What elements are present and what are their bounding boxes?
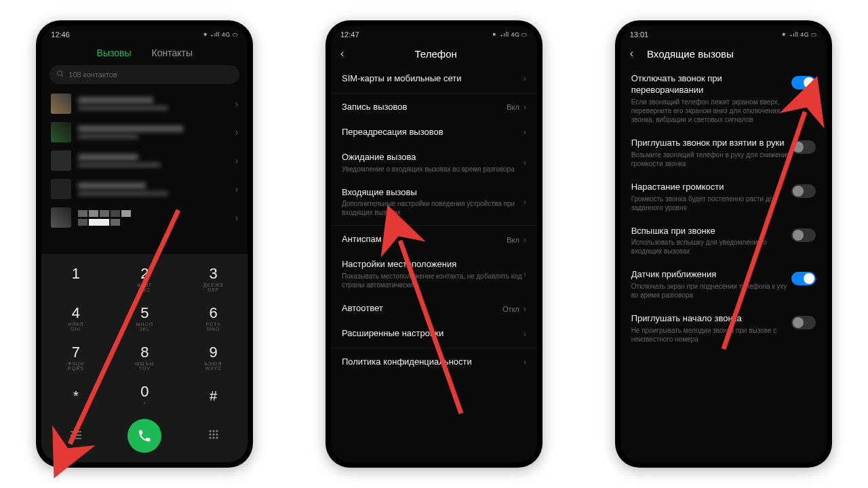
dial-key-hash[interactable]: # xyxy=(179,378,248,412)
svg-point-5 xyxy=(209,430,211,432)
settings-row[interactable]: Приглушать начало звонкаНе проигрывать м… xyxy=(620,306,827,350)
svg-point-13 xyxy=(216,436,218,439)
svg-point-11 xyxy=(209,436,211,439)
chevron-right-icon: › xyxy=(524,270,526,279)
row-title: Ожидание вызова xyxy=(342,152,524,163)
settings-row[interactable]: Расширенные настройки› xyxy=(331,321,537,346)
toggle-switch[interactable] xyxy=(791,228,816,242)
toggle-switch[interactable] xyxy=(791,316,816,329)
settings-row[interactable]: Нарастание громкостиГромкость звонка буд… xyxy=(620,175,827,219)
list-item[interactable]: › xyxy=(41,175,248,203)
chevron-right-icon: › xyxy=(524,197,526,207)
row-title: Входящие вызовы xyxy=(342,187,524,199)
chevron-right-icon: › xyxy=(524,158,526,167)
chevron-right-icon: › xyxy=(524,74,526,83)
chevron-right-icon: › xyxy=(524,235,526,245)
chevron-right-icon: › xyxy=(235,184,239,195)
settings-row[interactable]: Отключать звонок при переворачиванииЕсли… xyxy=(620,66,827,131)
phone-mockup-2: 12:47 ⁕ ₊ıll 4G ⬭ ‹ Телефон SIM-карты и … xyxy=(326,20,542,468)
list-item[interactable]: › xyxy=(41,146,248,175)
svg-point-7 xyxy=(216,430,218,432)
settings-row[interactable]: Переадресация вызовов› xyxy=(331,120,537,145)
chevron-right-icon: › xyxy=(235,155,239,166)
row-value: Вкл xyxy=(507,103,519,111)
settings-row[interactable]: SIM-карты и мобильные сети› xyxy=(331,66,537,92)
row-title: Отключать звонок при переворачивании xyxy=(631,73,791,96)
tab-contacts[interactable]: Контакты xyxy=(152,47,193,58)
row-subtitle: Использовать вспышку для уведомления о в… xyxy=(631,238,791,256)
clock: 13:01 xyxy=(630,30,649,39)
dial-key-3[interactable]: 3ДЕЁЖЗDEF xyxy=(179,260,248,299)
chevron-right-icon: › xyxy=(524,329,526,339)
list-item[interactable]: › xyxy=(41,118,248,146)
dialpad-toggle-button[interactable] xyxy=(197,429,231,443)
dial-key-5[interactable]: 5МНОПJKL xyxy=(111,299,179,338)
dial-key-2[interactable]: 2АБВГABC xyxy=(111,260,179,299)
search-placeholder: 108 контактов xyxy=(68,70,117,79)
dial-key-0[interactable]: 0+ xyxy=(111,378,179,412)
settings-row[interactable]: Вспышка при звонкеИспользовать вспышку д… xyxy=(620,219,827,263)
page-title: Телефон xyxy=(357,48,514,60)
status-bar: 12:46 ⁕ ₊ıll 4G ⬭ xyxy=(41,26,248,43)
row-subtitle: Возьмите звонящий телефон в руку для сни… xyxy=(631,150,791,168)
settings-row[interactable]: АнтиспамВкл› xyxy=(331,227,537,252)
row-subtitle: Если звонящий телефон лежит экраном ввер… xyxy=(631,98,791,124)
settings-row[interactable]: Входящие вызовыДополнительные настройки … xyxy=(331,180,537,224)
status-icons: ⁕ ₊ıll 4G ⬭ xyxy=(492,31,528,39)
row-subtitle: Отключать экран при поднесении телефона … xyxy=(631,282,791,300)
row-subtitle: Показывать местоположение контакта, не д… xyxy=(342,272,524,289)
chevron-right-icon: › xyxy=(524,304,526,314)
dial-key-4[interactable]: 4ИЙКЛGHI xyxy=(41,299,110,338)
row-title: Переадресация вызовов xyxy=(342,127,524,138)
settings-row[interactable]: АвтоответОткл› xyxy=(331,296,537,321)
svg-point-12 xyxy=(212,436,214,439)
list-item[interactable]: › xyxy=(41,203,248,232)
row-title: Запись вызовов xyxy=(342,102,507,113)
row-title: Вспышка при звонке xyxy=(631,226,791,237)
tab-calls[interactable]: Вызовы xyxy=(97,47,132,58)
row-subtitle: Громкость звонка будет постепенно расти … xyxy=(631,195,791,212)
dial-key-6[interactable]: 6РСТУMNO xyxy=(179,299,248,338)
row-value: Вкл xyxy=(507,236,519,244)
settings-row[interactable]: Ожидание вызоваУведомление о входящих вы… xyxy=(331,145,537,180)
search-icon xyxy=(56,70,64,79)
search-input[interactable]: 108 контактов xyxy=(50,65,239,84)
menu-button[interactable] xyxy=(59,429,93,443)
svg-point-10 xyxy=(216,433,218,435)
row-title: Приглушать звонок при взятии в руки xyxy=(631,138,791,149)
clock: 12:47 xyxy=(340,30,359,39)
back-button[interactable]: ‹ xyxy=(630,47,633,60)
svg-point-6 xyxy=(212,430,214,432)
dialpad: 1 2АБВГABC 3ДЕЁЖЗDEF 4ИЙКЛGHI 5МНОПJKL 6… xyxy=(41,254,248,462)
phone-mockup-3: 13:01 ⁕ ₊ıll 4G ⬭ ‹ Входящие вызовы Откл… xyxy=(615,20,832,468)
toggle-switch[interactable] xyxy=(791,140,816,154)
dial-key-star[interactable]: * xyxy=(41,378,110,412)
settings-row[interactable]: Настройки местоположенияПоказывать место… xyxy=(331,252,537,296)
settings-row[interactable]: Запись вызововВкл› xyxy=(331,95,537,120)
toggle-switch[interactable] xyxy=(791,272,816,285)
status-bar: 12:47 ⁕ ₊ıll 4G ⬭ xyxy=(331,26,537,43)
settings-row[interactable]: Датчик приближенияОтключать экран при по… xyxy=(620,262,827,306)
toggle-switch[interactable] xyxy=(791,76,816,89)
status-icons: ⁕ ₊ıll 4G ⬭ xyxy=(781,31,817,39)
row-title: Антиспам xyxy=(342,234,507,245)
svg-point-9 xyxy=(212,433,214,435)
svg-line-1 xyxy=(62,75,64,77)
list-item[interactable]: › xyxy=(41,89,248,118)
settings-row[interactable]: Политика конфиденциальности› xyxy=(331,350,537,375)
back-button[interactable]: ‹ xyxy=(340,47,344,60)
svg-point-8 xyxy=(209,433,211,435)
chevron-right-icon: › xyxy=(235,212,239,223)
row-title: Расширенные настройки xyxy=(342,328,524,340)
dial-key-8[interactable]: 8ШЩЪЫTUV xyxy=(111,338,179,378)
call-button[interactable] xyxy=(127,419,161,453)
settings-row[interactable]: Приглушать звонок при взятии в рукиВозьм… xyxy=(620,131,827,175)
row-subtitle: Дополнительные настройки поведения устро… xyxy=(342,199,524,217)
dial-key-9[interactable]: 9ЬЭЮЯWXYZ xyxy=(179,338,248,378)
page-title: Входящие вызовы xyxy=(647,48,734,60)
toggle-switch[interactable] xyxy=(791,184,816,198)
row-title: Политика конфиденциальности xyxy=(342,357,524,368)
dial-key-1[interactable]: 1 xyxy=(41,260,110,299)
status-bar: 13:01 ⁕ ₊ıll 4G ⬭ xyxy=(620,26,827,43)
dial-key-7[interactable]: 7ФХЦЧPQRS xyxy=(41,338,110,378)
